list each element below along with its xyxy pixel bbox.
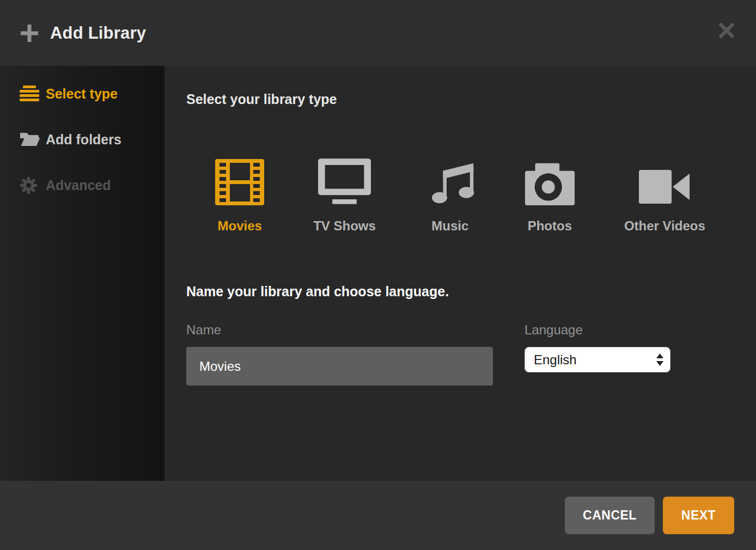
library-type-label: Other Videos bbox=[624, 218, 705, 234]
sidebar-item-add-folders[interactable]: Add folders bbox=[0, 124, 164, 155]
music-note-icon bbox=[425, 157, 475, 205]
library-type-label: Photos bbox=[528, 218, 572, 234]
select-arrows-icon bbox=[656, 353, 663, 366]
library-type-tv-shows[interactable]: TV Shows bbox=[313, 157, 376, 234]
wizard-steps-sidebar: Select type Add folders bbox=[0, 66, 164, 481]
library-type-movies[interactable]: Movies bbox=[215, 157, 264, 234]
sidebar-item-label: Advanced bbox=[46, 178, 111, 193]
gear-icon bbox=[20, 176, 40, 194]
dialog-header: Add Library bbox=[0, 0, 756, 66]
film-strip-icon bbox=[215, 157, 264, 205]
library-type-other-videos[interactable]: Other Videos bbox=[624, 157, 705, 234]
close-button[interactable] bbox=[717, 21, 736, 40]
sidebar-item-select-type[interactable]: Select type bbox=[0, 78, 164, 109]
library-type-label: Music bbox=[431, 218, 468, 234]
language-select[interactable]: English bbox=[525, 347, 670, 372]
dialog-content: Select your library type bbox=[164, 66, 756, 481]
language-field-label: Language bbox=[525, 322, 583, 338]
library-type-label: Movies bbox=[218, 218, 262, 234]
dialog-footer: CANCEL NEXT bbox=[0, 481, 756, 550]
library-type-label: TV Shows bbox=[313, 218, 376, 234]
next-button[interactable]: NEXT bbox=[663, 497, 734, 534]
tv-icon bbox=[318, 157, 371, 205]
plus-icon bbox=[21, 25, 38, 42]
sidebar-item-advanced[interactable]: Advanced bbox=[0, 169, 164, 201]
close-icon bbox=[718, 22, 735, 39]
sidebar-item-label: Select type bbox=[46, 86, 118, 102]
cancel-button[interactable]: CANCEL bbox=[565, 497, 655, 534]
list-lines-icon bbox=[20, 85, 40, 102]
camera-icon bbox=[525, 157, 575, 205]
video-camera-icon bbox=[639, 157, 691, 205]
library-name-input[interactable] bbox=[186, 347, 493, 386]
library-type-heading: Select your library type bbox=[186, 91, 337, 107]
language-select-value: English bbox=[534, 352, 577, 368]
library-type-photos[interactable]: Photos bbox=[525, 157, 575, 234]
library-type-row: Movies TV Shows bbox=[164, 157, 756, 234]
dialog-title: Add Library bbox=[50, 23, 146, 43]
library-type-music[interactable]: Music bbox=[425, 157, 475, 234]
name-language-heading: Name your library and choose language. bbox=[186, 284, 449, 300]
add-library-dialog: Add Library Select type bbox=[0, 0, 756, 550]
name-field-label: Name bbox=[186, 322, 221, 338]
sidebar-item-label: Add folders bbox=[46, 132, 121, 148]
open-folder-icon bbox=[20, 131, 40, 148]
